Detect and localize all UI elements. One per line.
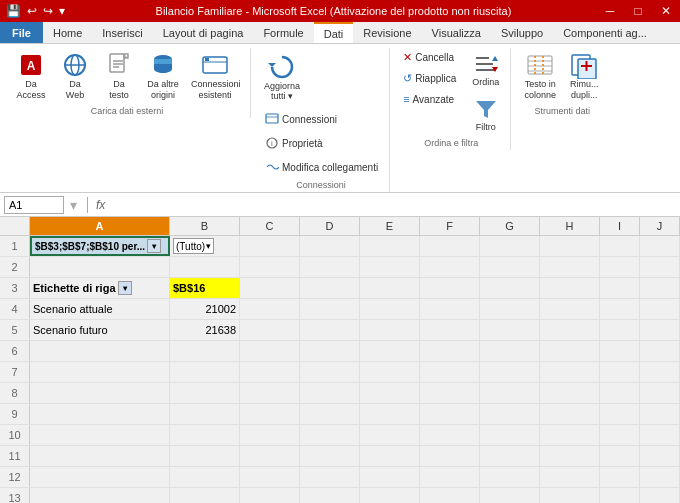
cell-j13[interactable] bbox=[640, 488, 680, 503]
maximize-button[interactable]: □ bbox=[624, 0, 652, 22]
cell-i12[interactable] bbox=[600, 467, 640, 487]
menu-item-home[interactable]: Home bbox=[43, 22, 92, 43]
cell-a8[interactable] bbox=[30, 383, 170, 403]
cell-h12[interactable] bbox=[540, 467, 600, 487]
cell-c7[interactable] bbox=[240, 362, 300, 382]
cell-e5[interactable] bbox=[360, 320, 420, 340]
cell-d5[interactable] bbox=[300, 320, 360, 340]
cell-a13[interactable] bbox=[30, 488, 170, 503]
menu-item-visualizza[interactable]: Visualizza bbox=[422, 22, 491, 43]
filter-dropdown-b1[interactable]: (Tutto) ▾ bbox=[173, 238, 214, 254]
cell-b8[interactable] bbox=[170, 383, 240, 403]
cell-d4[interactable] bbox=[300, 299, 360, 319]
cell-a5[interactable]: Scenario futuro bbox=[30, 320, 170, 340]
cell-h9[interactable] bbox=[540, 404, 600, 424]
cell-c5[interactable] bbox=[240, 320, 300, 340]
cell-g1[interactable] bbox=[480, 236, 540, 256]
cell-i1[interactable] bbox=[600, 236, 640, 256]
cell-e1[interactable] bbox=[360, 236, 420, 256]
da-web-button[interactable]: DaWeb bbox=[54, 48, 96, 104]
cell-d9[interactable] bbox=[300, 404, 360, 424]
cell-e13[interactable] bbox=[360, 488, 420, 503]
formula-input[interactable] bbox=[109, 196, 676, 214]
cell-c6[interactable] bbox=[240, 341, 300, 361]
save-icon[interactable]: 💾 bbox=[4, 3, 23, 19]
cell-a10[interactable] bbox=[30, 425, 170, 445]
cell-i13[interactable] bbox=[600, 488, 640, 503]
cell-f9[interactable] bbox=[420, 404, 480, 424]
cell-b2[interactable] bbox=[170, 257, 240, 277]
cell-e10[interactable] bbox=[360, 425, 420, 445]
cell-e8[interactable] bbox=[360, 383, 420, 403]
menu-item-dati[interactable]: Dati bbox=[314, 22, 354, 43]
filter-dropdown-a1[interactable]: ▾ bbox=[147, 239, 161, 253]
col-header-d[interactable]: D bbox=[300, 217, 360, 235]
cell-f12[interactable] bbox=[420, 467, 480, 487]
minimize-button[interactable]: ─ bbox=[596, 0, 624, 22]
cell-g2[interactable] bbox=[480, 257, 540, 277]
rimuovi-duplicati-button[interactable]: Rimu...dupli... bbox=[563, 48, 605, 104]
col-header-a[interactable]: A bbox=[30, 217, 170, 235]
redo-icon[interactable]: ↪ bbox=[41, 3, 55, 19]
filtro-button[interactable]: Filtro bbox=[467, 93, 504, 136]
cell-a2[interactable] bbox=[30, 257, 170, 277]
cell-j5[interactable] bbox=[640, 320, 680, 340]
cell-f6[interactable] bbox=[420, 341, 480, 361]
cell-h3[interactable] bbox=[540, 278, 600, 298]
cell-b5[interactable]: 21638 bbox=[170, 320, 240, 340]
cell-j7[interactable] bbox=[640, 362, 680, 382]
cell-a11[interactable] bbox=[30, 446, 170, 466]
cell-c3[interactable] bbox=[240, 278, 300, 298]
cell-b11[interactable] bbox=[170, 446, 240, 466]
cell-j6[interactable] bbox=[640, 341, 680, 361]
cell-i5[interactable] bbox=[600, 320, 640, 340]
cell-g3[interactable] bbox=[480, 278, 540, 298]
cell-a1[interactable]: $B$3;$B$7;$B$10 per... ▾ bbox=[30, 236, 170, 256]
cell-j9[interactable] bbox=[640, 404, 680, 424]
cell-g12[interactable] bbox=[480, 467, 540, 487]
cell-f1[interactable] bbox=[420, 236, 480, 256]
menu-item-sviluppo[interactable]: Sviluppo bbox=[491, 22, 553, 43]
col-header-c[interactable]: C bbox=[240, 217, 300, 235]
cell-h1[interactable] bbox=[540, 236, 600, 256]
menu-item-formule[interactable]: Formule bbox=[253, 22, 313, 43]
cell-h7[interactable] bbox=[540, 362, 600, 382]
avanzate-button[interactable]: ≡ Avanzate bbox=[398, 90, 461, 108]
cell-h5[interactable] bbox=[540, 320, 600, 340]
cell-g5[interactable] bbox=[480, 320, 540, 340]
cell-h4[interactable] bbox=[540, 299, 600, 319]
cell-b12[interactable] bbox=[170, 467, 240, 487]
cell-j4[interactable] bbox=[640, 299, 680, 319]
ordina-button[interactable]: Ordina bbox=[467, 48, 504, 91]
da-testo-button[interactable]: Datesto bbox=[98, 48, 140, 104]
cell-d3[interactable] bbox=[300, 278, 360, 298]
cell-e2[interactable] bbox=[360, 257, 420, 277]
cell-e9[interactable] bbox=[360, 404, 420, 424]
cell-c9[interactable] bbox=[240, 404, 300, 424]
cell-g10[interactable] bbox=[480, 425, 540, 445]
cell-f8[interactable] bbox=[420, 383, 480, 403]
cell-h6[interactable] bbox=[540, 341, 600, 361]
riapplica-button[interactable]: ↺ Riapplica bbox=[398, 69, 461, 88]
cell-d6[interactable] bbox=[300, 341, 360, 361]
cell-j2[interactable] bbox=[640, 257, 680, 277]
cell-c12[interactable] bbox=[240, 467, 300, 487]
cell-d1[interactable] bbox=[300, 236, 360, 256]
col-header-i[interactable]: I bbox=[600, 217, 640, 235]
cell-i4[interactable] bbox=[600, 299, 640, 319]
cell-g8[interactable] bbox=[480, 383, 540, 403]
undo-icon[interactable]: ↩ bbox=[25, 3, 39, 19]
cancella-button[interactable]: ✕ Cancella bbox=[398, 48, 461, 67]
cell-b9[interactable] bbox=[170, 404, 240, 424]
cell-h8[interactable] bbox=[540, 383, 600, 403]
cell-i2[interactable] bbox=[600, 257, 640, 277]
cell-i11[interactable] bbox=[600, 446, 640, 466]
cell-a3[interactable]: Etichette di riga ▾ bbox=[30, 278, 170, 298]
cell-c4[interactable] bbox=[240, 299, 300, 319]
cell-g13[interactable] bbox=[480, 488, 540, 503]
cell-b13[interactable] bbox=[170, 488, 240, 503]
cell-a12[interactable] bbox=[30, 467, 170, 487]
filter-dropdown-a3[interactable]: ▾ bbox=[118, 281, 132, 295]
cell-j1[interactable] bbox=[640, 236, 680, 256]
cell-e12[interactable] bbox=[360, 467, 420, 487]
